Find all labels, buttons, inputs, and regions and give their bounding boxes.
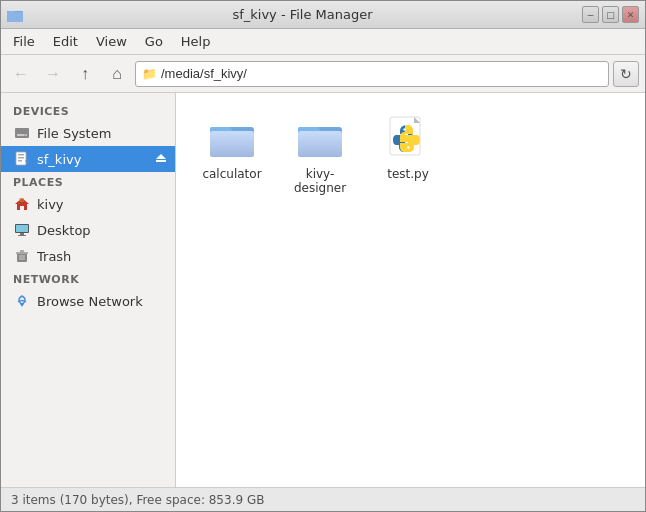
sidebar-section-network: NETWORK	[1, 269, 175, 288]
svg-rect-29	[210, 131, 254, 157]
svg-point-35	[403, 128, 405, 130]
svg-rect-20	[16, 252, 28, 254]
sidebar-item-label-desktop: Desktop	[37, 223, 91, 238]
forward-button[interactable]: →	[39, 60, 67, 88]
toolbar: ← → ↑ ⌂ 📁 ↻	[1, 55, 645, 93]
folder-file-icon	[208, 115, 256, 163]
home-icon	[13, 195, 31, 213]
svg-point-25	[21, 305, 23, 307]
sidebar: DEVICES File System sf_kivy PLACES k	[1, 93, 176, 487]
svg-rect-17	[20, 233, 24, 235]
main-window: sf_kivy - File Manager − □ ✕ File Edit V…	[0, 0, 646, 512]
eject-button-sf_kivy[interactable]	[153, 151, 169, 167]
svg-rect-18	[18, 235, 26, 236]
refresh-button[interactable]: ↻	[613, 61, 639, 87]
menu-bar: File Edit View Go Help	[1, 29, 645, 55]
trash-icon	[13, 247, 31, 265]
file-label-kivy-designer: kivy-designer	[284, 167, 356, 196]
menu-edit[interactable]: Edit	[45, 32, 86, 51]
svg-rect-7	[18, 154, 24, 156]
status-bar: 3 items (170 bytes), Free space: 853.9 G…	[1, 487, 645, 511]
removable-icon	[13, 150, 31, 168]
sidebar-item-label-trash: Trash	[37, 249, 71, 264]
home-button[interactable]: ⌂	[103, 60, 131, 88]
file-item-test-py[interactable]: test.py	[368, 109, 448, 202]
svg-rect-33	[298, 131, 342, 157]
main-content: DEVICES File System sf_kivy PLACES k	[1, 93, 645, 487]
sidebar-item-browse-network[interactable]: Browse Network	[1, 288, 175, 314]
svg-rect-14	[19, 198, 24, 202]
close-button[interactable]: ✕	[622, 6, 639, 23]
sidebar-item-label-browse-network: Browse Network	[37, 294, 143, 309]
sidebar-item-trash[interactable]: Trash	[1, 243, 175, 269]
back-button[interactable]: ←	[7, 60, 35, 88]
sidebar-item-kivy[interactable]: kivy	[1, 191, 175, 217]
sidebar-item-desktop[interactable]: Desktop	[1, 217, 175, 243]
file-area: calculator kivy-designer	[176, 93, 645, 487]
file-item-calculator[interactable]: calculator	[192, 109, 272, 202]
location-icon: 📁	[142, 67, 157, 81]
svg-rect-2	[7, 12, 23, 22]
status-text: 3 items (170 bytes), Free space: 853.9 G…	[11, 493, 264, 507]
minimize-button[interactable]: −	[582, 6, 599, 23]
sidebar-section-devices: DEVICES	[1, 101, 175, 120]
location-input[interactable]	[161, 66, 602, 81]
sidebar-item-label-filesystem: File System	[37, 126, 111, 141]
svg-rect-9	[18, 160, 22, 162]
window-title: sf_kivy - File Manager	[23, 7, 582, 22]
menu-view[interactable]: View	[88, 32, 135, 51]
window-icon	[7, 7, 23, 23]
location-bar: 📁	[135, 61, 609, 87]
svg-point-36	[407, 146, 409, 148]
svg-rect-21	[20, 250, 24, 252]
up-button[interactable]: ↑	[71, 60, 99, 88]
desktop-icon	[13, 221, 31, 239]
network-icon	[13, 292, 31, 310]
svg-rect-16	[16, 225, 28, 232]
svg-point-5	[24, 134, 26, 136]
sidebar-item-sf_kivy[interactable]: sf_kivy	[1, 146, 175, 172]
folder-file-icon	[296, 115, 344, 163]
menu-go[interactable]: Go	[137, 32, 171, 51]
svg-rect-3	[15, 128, 29, 138]
file-item-kivy-designer[interactable]: kivy-designer	[280, 109, 360, 202]
maximize-button[interactable]: □	[602, 6, 619, 23]
file-label-test-py: test.py	[387, 167, 429, 181]
sidebar-item-filesystem[interactable]: File System	[1, 120, 175, 146]
drive-icon	[13, 124, 31, 142]
python-file-icon	[384, 115, 432, 163]
menu-help[interactable]: Help	[173, 32, 219, 51]
sidebar-item-label-sf_kivy: sf_kivy	[37, 152, 81, 167]
menu-file[interactable]: File	[5, 32, 43, 51]
window-controls: − □ ✕	[582, 6, 639, 23]
svg-rect-12	[156, 160, 166, 162]
sidebar-section-places: PLACES	[1, 172, 175, 191]
title-bar: sf_kivy - File Manager − □ ✕	[1, 1, 645, 29]
file-label-calculator: calculator	[202, 167, 261, 181]
svg-rect-8	[18, 157, 24, 159]
sidebar-item-label-kivy: kivy	[37, 197, 64, 212]
svg-marker-11	[156, 154, 166, 159]
